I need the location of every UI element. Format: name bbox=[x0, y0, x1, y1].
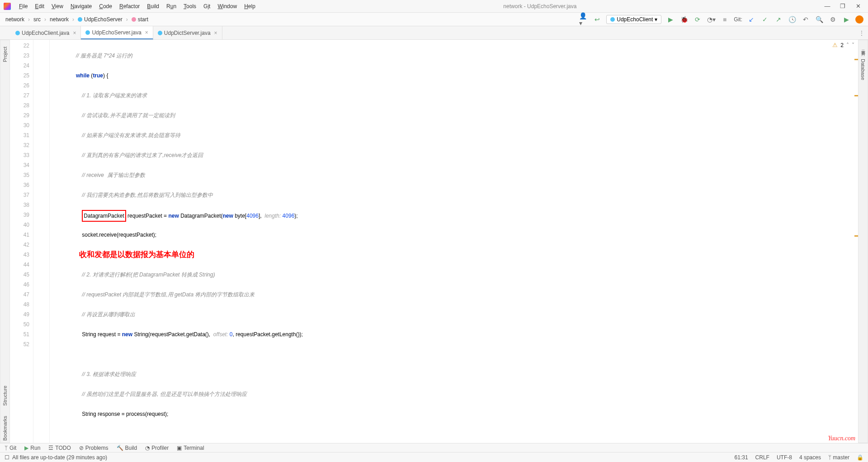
run-config-selector[interactable]: UdpEchoClient ▾ bbox=[606, 15, 661, 24]
chevron-right-icon: › bbox=[124, 16, 130, 23]
coverage-button[interactable]: ⟳ bbox=[693, 15, 702, 24]
code-area[interactable]: // 服务器是 7*24 运行的 while (true) { // 1. 读取… bbox=[50, 40, 858, 443]
tool-project[interactable]: Project bbox=[2, 45, 8, 64]
chevron-right-icon: › bbox=[42, 16, 48, 23]
tool-right-label[interactable]: 云 图 片 bbox=[860, 45, 866, 51]
watermark: Yuucn.com bbox=[828, 435, 855, 442]
crumb-src[interactable]: src bbox=[33, 16, 42, 23]
run-button[interactable]: ▶ bbox=[666, 15, 675, 24]
stop-button[interactable]: ■ bbox=[720, 15, 729, 24]
editor-scroll-strip[interactable] bbox=[854, 54, 858, 439]
menu-code[interactable]: Code bbox=[95, 3, 116, 10]
indent-setting[interactable]: 4 spaces bbox=[799, 454, 821, 461]
git-history-icon[interactable]: 🕓 bbox=[788, 15, 797, 24]
tool-database[interactable]: Database bbox=[860, 57, 866, 82]
close-button[interactable]: ✕ bbox=[852, 2, 864, 11]
inspections-widget[interactable]: ⚠ 2 ˄ ˅ bbox=[832, 42, 854, 48]
file-encoding[interactable]: UTF-8 bbox=[777, 454, 792, 461]
profiler-icon: ◔ bbox=[145, 445, 150, 451]
class-icon bbox=[78, 17, 82, 22]
tool-git[interactable]: ᛘGit bbox=[5, 445, 16, 451]
debug-button[interactable]: 🐞 bbox=[679, 15, 689, 24]
tool-problems[interactable]: ⊘Problems bbox=[79, 445, 108, 451]
git-commit-icon[interactable]: ✓ bbox=[760, 15, 769, 24]
line-separator[interactable]: CRLF bbox=[755, 454, 769, 461]
maximize-button[interactable]: ❐ bbox=[836, 2, 849, 11]
window-title: network - UdpEchoServer.java bbox=[259, 3, 821, 10]
menu-file[interactable]: File bbox=[15, 3, 31, 10]
crumb-project[interactable]: network bbox=[5, 16, 25, 23]
status-bar: ☐ All files are up-to-date (29 minutes a… bbox=[0, 452, 868, 462]
menu-bar: File Edit View Navigate Code Refactor Bu… bbox=[0, 0, 868, 13]
play-icon: ▶ bbox=[24, 445, 28, 451]
chevron-right-icon: › bbox=[26, 16, 32, 23]
chevron-right-icon: › bbox=[71, 16, 76, 23]
chevron-down-icon: ▾ bbox=[655, 16, 657, 23]
branch-icon: ᛘ bbox=[5, 445, 8, 451]
left-tool-strip: Project Structure Bookmarks bbox=[0, 40, 10, 443]
git-push-icon[interactable]: ↗ bbox=[774, 15, 783, 24]
tool-todo[interactable]: ☲TODO bbox=[48, 445, 71, 451]
crumb-class[interactable]: UdpEchoServer bbox=[77, 16, 123, 23]
editor-tabs: UdpEchoClient.java× UdpEchoServer.java× … bbox=[0, 26, 868, 40]
menu-tools[interactable]: Tools bbox=[180, 3, 200, 10]
close-icon[interactable]: × bbox=[73, 30, 76, 36]
crumb-method[interactable]: start bbox=[131, 16, 149, 23]
todo-icon: ☲ bbox=[48, 445, 53, 451]
git-label: Git: bbox=[734, 16, 742, 23]
menu-refactor[interactable]: Refactor bbox=[116, 3, 143, 10]
status-message: All files are up-to-date (29 minutes ago… bbox=[12, 454, 107, 461]
menu-window[interactable]: Window bbox=[214, 3, 241, 10]
menu-git[interactable]: Git bbox=[200, 3, 214, 10]
vcs-back-icon[interactable]: ↩ bbox=[593, 15, 602, 24]
chevron-up-icon[interactable]: ˄ bbox=[846, 42, 849, 48]
terminal-icon: ▣ bbox=[177, 445, 182, 451]
tool-run[interactable]: ▶Run bbox=[24, 445, 40, 451]
menu-edit[interactable]: Edit bbox=[31, 3, 48, 10]
tab-udpechoclient[interactable]: UdpEchoClient.java× bbox=[11, 26, 81, 39]
bottom-tool-bar: ᛘGit ▶Run ☲TODO ⊘Problems 🔨Build ◔Profil… bbox=[0, 443, 868, 452]
settings-icon[interactable]: ⚙ bbox=[828, 15, 837, 24]
profile-button[interactable]: ◔▾ bbox=[707, 15, 716, 24]
chevron-down-icon[interactable]: ˅ bbox=[852, 42, 854, 48]
app-icon bbox=[4, 3, 11, 10]
tool-terminal[interactable]: ▣Terminal bbox=[177, 445, 204, 451]
search-icon[interactable]: 🔍 bbox=[815, 15, 824, 24]
git-update-icon[interactable]: ↙ bbox=[747, 15, 756, 24]
close-icon[interactable]: × bbox=[214, 30, 217, 36]
menu-navigate[interactable]: Navigate bbox=[67, 3, 95, 10]
hammer-icon: 🔨 bbox=[117, 445, 123, 451]
tool-build[interactable]: 🔨Build bbox=[117, 445, 137, 451]
run-anything-icon[interactable]: ▶ bbox=[842, 15, 851, 24]
tabs-more-icon[interactable]: ⋮ bbox=[855, 30, 868, 36]
tab-udpechoserver[interactable]: UdpEchoServer.java× bbox=[81, 26, 153, 39]
crumb-package[interactable]: network bbox=[49, 16, 70, 23]
lock-icon[interactable]: 🔒 bbox=[857, 454, 863, 461]
tool-bookmarks[interactable]: Bookmarks bbox=[2, 414, 8, 443]
class-icon bbox=[15, 31, 20, 35]
status-icon[interactable]: ☐ bbox=[5, 454, 9, 461]
close-icon[interactable]: × bbox=[145, 29, 148, 36]
class-icon bbox=[610, 17, 615, 22]
tool-profiler[interactable]: ◔Profiler bbox=[145, 445, 169, 451]
gutter-marks bbox=[33, 40, 50, 443]
annotation-text: 收和发都是以数据报为基本单位的 bbox=[79, 250, 194, 259]
problems-icon: ⊘ bbox=[79, 445, 84, 451]
menu-run[interactable]: Run bbox=[163, 3, 180, 10]
caret-position[interactable]: 61:31 bbox=[735, 454, 748, 461]
tool-structure[interactable]: Structure bbox=[2, 384, 8, 408]
right-tool-strip: 云 图 片 Database bbox=[858, 40, 868, 443]
avatar-icon[interactable] bbox=[855, 15, 863, 24]
menu-view[interactable]: View bbox=[48, 3, 67, 10]
editor[interactable]: 2223242526272829303132333435363738394041… bbox=[10, 40, 858, 443]
minimize-button[interactable]: — bbox=[821, 2, 834, 11]
git-rollback-icon[interactable]: ↶ bbox=[801, 15, 810, 24]
user-icon[interactable]: 👤▾ bbox=[579, 15, 588, 24]
menu-help[interactable]: Help bbox=[241, 3, 259, 10]
tab-udpdictserver[interactable]: UdpDictServer.java× bbox=[153, 26, 222, 39]
git-branch[interactable]: ᛘ master bbox=[828, 454, 849, 461]
menu-build[interactable]: Build bbox=[143, 3, 163, 10]
class-icon bbox=[158, 31, 162, 35]
class-icon bbox=[85, 30, 90, 35]
method-icon bbox=[132, 17, 136, 22]
